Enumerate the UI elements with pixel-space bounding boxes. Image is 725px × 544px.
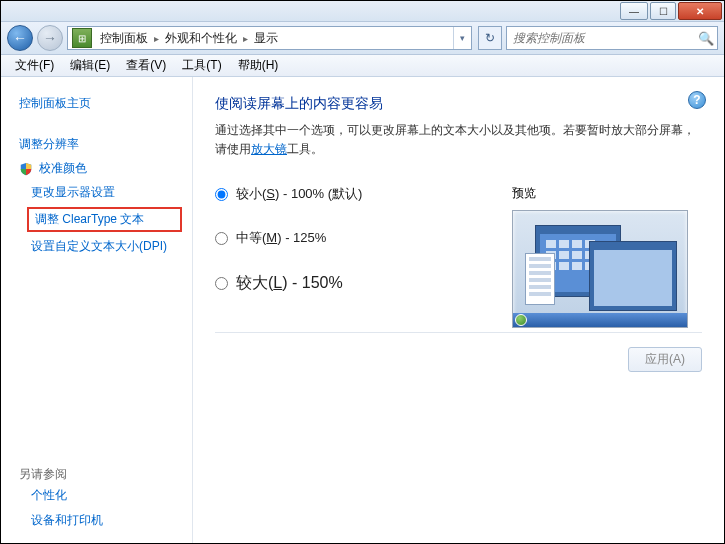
- desc-suffix: 工具。: [287, 142, 323, 156]
- breadcrumb-item[interactable]: 外观和个性化: [161, 27, 241, 49]
- apply-button[interactable]: 应用(A): [628, 347, 702, 372]
- sidebar-home-link[interactable]: 控制面板主页: [19, 91, 182, 116]
- control-panel-icon: ⊞: [72, 28, 92, 48]
- option-medium[interactable]: 中等(M) - 125%: [215, 229, 512, 247]
- back-button[interactable]: ←: [7, 25, 33, 51]
- minimize-button[interactable]: —: [620, 2, 648, 20]
- option-medium-label: 中等(M) - 125%: [236, 229, 326, 247]
- sidebar-devices-printers[interactable]: 设备和打印机: [19, 508, 182, 533]
- refresh-button[interactable]: ↻: [478, 26, 502, 50]
- help-icon[interactable]: ?: [688, 91, 706, 109]
- menu-tools[interactable]: 工具(T): [174, 55, 229, 76]
- menu-view[interactable]: 查看(V): [118, 55, 174, 76]
- sidebar-change-display[interactable]: 更改显示器设置: [19, 180, 182, 205]
- sidebar-adjust-resolution[interactable]: 调整分辨率: [19, 132, 182, 157]
- sidebar-see-also-label: 另请参阅: [19, 466, 182, 483]
- search-box[interactable]: 🔍: [506, 26, 718, 50]
- sidebar: 控制面板主页 调整分辨率 校准颜色 更改显示器设置 调整 ClearType 文…: [1, 77, 193, 543]
- option-large-radio[interactable]: [215, 277, 228, 290]
- option-large[interactable]: 较大(L) - 150%: [215, 273, 512, 294]
- shield-icon: [19, 162, 33, 176]
- menu-bar: 文件(F) 编辑(E) 查看(V) 工具(T) 帮助(H): [1, 55, 724, 77]
- preview-label: 预览: [512, 185, 702, 202]
- page-heading: 使阅读屏幕上的内容更容易: [215, 95, 702, 113]
- sidebar-personalization[interactable]: 个性化: [19, 483, 182, 508]
- menu-file[interactable]: 文件(F): [7, 55, 62, 76]
- option-medium-radio[interactable]: [215, 232, 228, 245]
- sidebar-cleartype-highlighted[interactable]: 调整 ClearType 文本: [27, 207, 182, 232]
- magnifier-link[interactable]: 放大镜: [251, 142, 287, 156]
- content-area: ? 使阅读屏幕上的内容更容易 通过选择其中一个选项，可以更改屏幕上的文本大小以及…: [193, 77, 724, 543]
- close-button[interactable]: ✕: [678, 2, 722, 20]
- forward-button[interactable]: →: [37, 25, 63, 51]
- menu-help[interactable]: 帮助(H): [230, 55, 287, 76]
- option-small[interactable]: 较小(S) - 100% (默认): [215, 185, 512, 203]
- breadcrumb-item[interactable]: 控制面板: [96, 27, 152, 49]
- option-small-label: 较小(S) - 100% (默认): [236, 185, 362, 203]
- chevron-right-icon[interactable]: ▸: [152, 33, 161, 44]
- maximize-button[interactable]: ☐: [650, 2, 676, 20]
- search-input[interactable]: [507, 31, 695, 45]
- address-bar[interactable]: ⊞ 控制面板 ▸ 外观和个性化 ▸ 显示 ▾: [67, 26, 472, 50]
- address-dropdown-icon[interactable]: ▾: [453, 27, 471, 49]
- title-bar: — ☐ ✕: [1, 1, 724, 21]
- page-description: 通过选择其中一个选项，可以更改屏幕上的文本大小以及其他项。若要暂时放大部分屏幕，…: [215, 121, 702, 159]
- menu-edit[interactable]: 编辑(E): [62, 55, 118, 76]
- sidebar-custom-dpi[interactable]: 设置自定义文本大小(DPI): [19, 234, 182, 259]
- navigation-bar: ← → ⊞ 控制面板 ▸ 外观和个性化 ▸ 显示 ▾ ↻ 🔍: [1, 21, 724, 55]
- sidebar-calibrate-color[interactable]: 校准颜色: [39, 160, 87, 177]
- breadcrumb-item[interactable]: 显示: [250, 27, 282, 49]
- chevron-right-icon[interactable]: ▸: [241, 33, 250, 44]
- preview-image: [512, 210, 688, 328]
- option-small-radio[interactable]: [215, 188, 228, 201]
- search-icon[interactable]: 🔍: [695, 27, 717, 49]
- option-large-label: 较大(L) - 150%: [236, 273, 343, 294]
